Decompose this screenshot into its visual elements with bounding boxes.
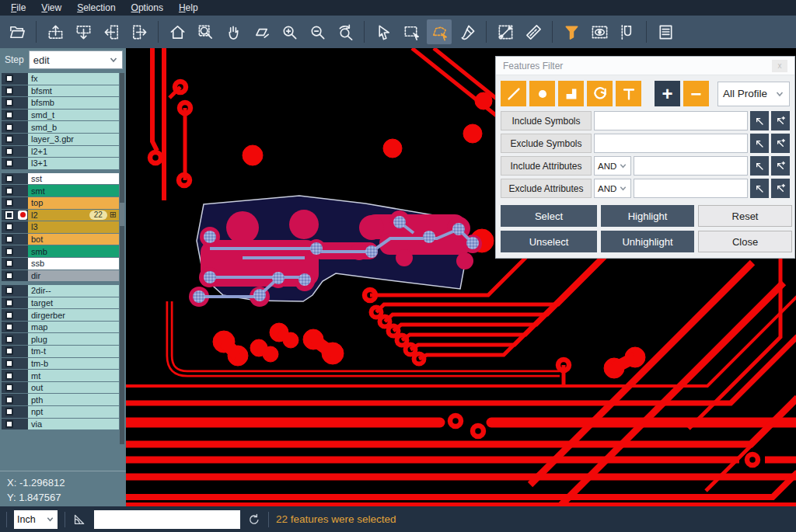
- layer-visibility-checkbox[interactable]: [2, 221, 17, 233]
- filter-type-surface-button[interactable]: [558, 81, 584, 106]
- filter-type-arc-button[interactable]: [587, 81, 613, 106]
- home-view-button[interactable]: [165, 19, 190, 44]
- layer-visibility-checkbox[interactable]: [2, 270, 17, 282]
- layer-visibility-checkbox[interactable]: [2, 394, 17, 405]
- filter-label-button[interactable]: Exclude Attributes: [501, 179, 592, 198]
- layer-name[interactable]: l3: [28, 221, 119, 233]
- layer-row-plug[interactable]: plug: [2, 333, 119, 345]
- layer-visibility-checkbox[interactable]: [2, 309, 17, 321]
- layer-row-ssb[interactable]: ssb: [2, 258, 119, 269]
- layer-visibility-checkbox[interactable]: [2, 210, 17, 221]
- layer-name[interactable]: bfsmb: [28, 97, 119, 109]
- filter-value-input[interactable]: [594, 111, 748, 130]
- layer-row-2dir--[interactable]: 2dir--: [2, 285, 119, 297]
- layer-name[interactable]: layer_3.gbr: [28, 134, 119, 145]
- grid-icon[interactable]: ⊞: [110, 210, 117, 220]
- layer-visibility-checkbox[interactable]: [2, 234, 17, 245]
- layer-name[interactable]: 2dir--: [28, 285, 119, 297]
- close-button[interactable]: Close: [698, 231, 792, 252]
- filter-label-button[interactable]: Include Attributes: [501, 156, 592, 176]
- layer-name[interactable]: pth: [28, 394, 119, 405]
- add-filter-button[interactable]: +: [655, 81, 680, 106]
- zoom-out-button[interactable]: [305, 19, 330, 44]
- layer-name[interactable]: top: [28, 197, 119, 209]
- filter-type-pad-button[interactable]: [529, 81, 555, 106]
- snap-magnet-button[interactable]: [615, 19, 640, 44]
- layer-name[interactable]: via: [28, 419, 119, 430]
- filter-value-input[interactable]: [634, 179, 748, 198]
- pick-add-from-canvas-button[interactable]: [771, 111, 790, 130]
- refresh-icon[interactable]: [247, 513, 261, 527]
- layer-name[interactable]: smd_b: [28, 121, 119, 133]
- menu-options[interactable]: Options: [124, 1, 171, 15]
- menu-file[interactable]: File: [3, 1, 33, 15]
- layer-name[interactable]: sst: [28, 173, 119, 185]
- layer-name[interactable]: smt: [28, 185, 119, 196]
- pick-from-canvas-button[interactable]: [750, 179, 769, 198]
- menu-help[interactable]: Help: [171, 1, 206, 15]
- layer-name[interactable]: tm-b: [28, 358, 119, 370]
- pan-hand-button[interactable]: [221, 19, 246, 44]
- zoom-polygon-button[interactable]: [249, 19, 274, 44]
- menu-view[interactable]: View: [33, 1, 69, 15]
- highlight-button[interactable]: Highlight: [601, 205, 694, 227]
- unhighlight-button[interactable]: Unhighlight: [601, 231, 694, 252]
- select-polygon-button[interactable]: [427, 19, 452, 44]
- layer-visibility-checkbox[interactable]: [2, 85, 17, 97]
- layer-row-smt[interactable]: smt: [2, 185, 119, 196]
- profile-select[interactable]: All Profile: [717, 82, 790, 106]
- pcb-canvas[interactable]: Features Filter x +−All Profile Include …: [126, 48, 796, 506]
- select-button[interactable]: Select: [501, 205, 597, 227]
- layer-name[interactable]: l3+1: [28, 158, 119, 169]
- panel-arrow-up-button[interactable]: [43, 19, 68, 44]
- layer-row-l3+1[interactable]: l3+1: [2, 158, 119, 169]
- layer-row-l2[interactable]: l222⊞: [2, 210, 119, 221]
- step-select[interactable]: edit: [29, 50, 123, 69]
- layer-visibility-checkbox[interactable]: [2, 173, 17, 185]
- layer-row-sst[interactable]: sst: [2, 173, 119, 185]
- layer-visibility-checkbox[interactable]: [2, 297, 17, 309]
- layer-name[interactable]: plug: [28, 333, 119, 345]
- layer-name[interactable]: bfsmt: [28, 85, 119, 97]
- zoom-in-button[interactable]: [277, 19, 302, 44]
- command-input[interactable]: [94, 510, 240, 529]
- dialog-title-bar[interactable]: Features Filter x: [496, 57, 794, 75]
- layer-row-smd_b[interactable]: smd_b: [2, 121, 119, 133]
- layer-row-via[interactable]: via: [2, 419, 119, 430]
- scrollbar-thumb[interactable]: [120, 203, 124, 226]
- reset-button[interactable]: Reset: [698, 205, 792, 227]
- layer-row-tm-t[interactable]: tm-t: [2, 346, 119, 357]
- layer-row-map[interactable]: map: [2, 322, 119, 333]
- layer-visibility-checkbox[interactable]: [2, 197, 17, 209]
- layer-name[interactable]: smd_t: [28, 110, 119, 121]
- panel-arrow-down-button[interactable]: [71, 19, 96, 44]
- layer-visibility-checkbox[interactable]: [2, 121, 17, 133]
- layers-table-button[interactable]: [653, 19, 678, 44]
- pick-add-from-canvas-button[interactable]: [771, 134, 790, 153]
- zoom-previous-button[interactable]: [333, 19, 358, 44]
- units-select[interactable]: Inch: [14, 510, 58, 529]
- layer-visibility-checkbox[interactable]: [2, 370, 17, 381]
- layer-name[interactable]: dirgerber: [28, 309, 119, 321]
- layer-row-npt[interactable]: npt: [2, 406, 119, 418]
- layer-visibility-checkbox[interactable]: [2, 346, 17, 357]
- layer-visibility-checkbox[interactable]: [2, 158, 17, 169]
- zoom-area-button[interactable]: [193, 19, 218, 44]
- layer-row-bfsmb[interactable]: bfsmb: [2, 97, 119, 109]
- layer-visibility-checkbox[interactable]: [2, 110, 17, 121]
- layer-row-bfsmt[interactable]: bfsmt: [2, 85, 119, 97]
- select-rectangle-button[interactable]: [399, 19, 424, 44]
- filter-type-line-button[interactable]: [501, 81, 526, 106]
- pick-from-canvas-button[interactable]: [750, 156, 769, 176]
- pick-add-from-canvas-button[interactable]: [771, 156, 790, 176]
- filter-value-input[interactable]: [594, 134, 748, 153]
- layer-visibility-checkbox[interactable]: [2, 97, 17, 109]
- layer-name[interactable]: ssb: [28, 258, 119, 269]
- remove-filter-button[interactable]: −: [683, 81, 709, 106]
- layer-visibility-checkbox[interactable]: [2, 285, 17, 297]
- and-or-select[interactable]: AND: [594, 179, 631, 198]
- layer-visibility-checkbox[interactable]: [2, 406, 17, 418]
- unselect-button[interactable]: Unselect: [501, 231, 597, 252]
- filter-type-text-button[interactable]: [616, 81, 641, 106]
- layer-visibility-checkbox[interactable]: [2, 258, 17, 269]
